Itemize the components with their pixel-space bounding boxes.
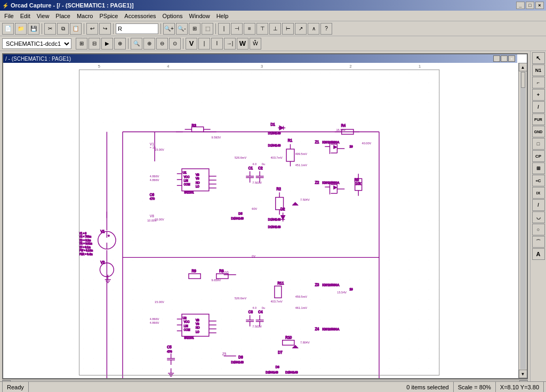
rt-n1-btn[interactable]: N1 bbox=[532, 64, 545, 76]
rt-select-btn[interactable]: ↖ bbox=[532, 52, 545, 64]
rt-line-btn[interactable]: / bbox=[532, 101, 545, 113]
svg-text:D5: D5 bbox=[238, 212, 242, 215]
rt-plus-btn[interactable]: + bbox=[532, 89, 545, 101]
schema-btn-6[interactable]: ⊕ bbox=[143, 38, 155, 50]
minimize-button[interactable]: _ bbox=[516, 2, 525, 9]
rt-cp-btn[interactable]: CP bbox=[532, 150, 545, 162]
schema-btn-1[interactable]: ⊞ bbox=[76, 38, 87, 50]
menu-file[interactable]: File bbox=[1, 12, 17, 20]
svg-text:7.804V: 7.804V bbox=[300, 341, 310, 344]
tool-btn-6[interactable]: ⊢ bbox=[282, 23, 294, 35]
schema-btn-8[interactable]: ⊙ bbox=[169, 38, 181, 50]
svg-text:= 15: = 15 bbox=[150, 146, 156, 149]
schema-btn-4[interactable]: ⊕ bbox=[114, 38, 126, 50]
schema-btn-13[interactable]: W bbox=[237, 38, 248, 50]
rt-ix-btn[interactable]: IX bbox=[532, 187, 545, 199]
schema-btn-2[interactable]: ⊟ bbox=[89, 38, 100, 50]
zoom-fit-button[interactable]: ⊞ bbox=[189, 23, 200, 35]
zoom-out-button[interactable]: 🔍- bbox=[176, 23, 188, 35]
schematic-close-btn[interactable]: × bbox=[508, 55, 515, 62]
rt-corner-btn[interactable]: ⌐ bbox=[532, 77, 545, 88]
menu-options[interactable]: Options bbox=[159, 12, 186, 20]
svg-text:TF = 0.1m: TF = 0.1m bbox=[79, 246, 91, 249]
svg-text:IR2101: IR2101 bbox=[184, 336, 194, 339]
horizontal-scrollbar[interactable]: ◄ ► bbox=[2, 380, 528, 381]
svg-text:40.00V: 40.00V bbox=[362, 142, 372, 145]
maximize-button[interactable]: □ bbox=[526, 2, 534, 9]
tool-btn-8[interactable]: ∧ bbox=[308, 23, 319, 35]
svg-text:LO: LO bbox=[196, 185, 199, 188]
tool-btn-4[interactable]: ⊤ bbox=[256, 23, 268, 35]
close-button[interactable]: × bbox=[535, 2, 544, 9]
svg-text:Z5: Z5 bbox=[222, 352, 227, 356]
copy-button[interactable]: ⧉ bbox=[57, 23, 69, 35]
tool-btn-7[interactable]: ↗ bbox=[295, 23, 307, 35]
vertical-scrollbar[interactable]: ▲ ▼ bbox=[518, 63, 527, 378]
svg-text:KSH20N60A: KSH20N60A bbox=[323, 328, 340, 331]
open-button[interactable]: 📁 bbox=[15, 23, 27, 35]
rt-diag-btn[interactable]: / bbox=[532, 199, 545, 211]
svg-text:R4: R4 bbox=[341, 124, 346, 127]
cut-button[interactable]: ✂ bbox=[44, 23, 56, 35]
rt-ground-btn[interactable]: GND bbox=[532, 126, 545, 137]
schema-btn-5[interactable]: 🔍 bbox=[131, 38, 142, 50]
svg-text:D1N4148: D1N4148 bbox=[268, 218, 280, 221]
schema-btn-11[interactable]: I bbox=[211, 38, 223, 50]
menu-place[interactable]: Place bbox=[52, 12, 74, 20]
zoom-area-button[interactable]: ⬚ bbox=[202, 23, 213, 35]
schema-btn-7[interactable]: ⊖ bbox=[156, 38, 168, 50]
schema-btn-9[interactable]: V bbox=[186, 38, 197, 50]
new-button[interactable]: 📄 bbox=[2, 23, 14, 35]
status-ready: Ready bbox=[2, 382, 29, 392]
schema-btn-3[interactable]: ▶ bbox=[101, 38, 113, 50]
status-bar: Ready 0 items selected Scale = 80% X=8.1… bbox=[0, 381, 546, 392]
tool-btn-9[interactable]: ? bbox=[320, 23, 332, 35]
rt-circle-btn[interactable]: ○ bbox=[532, 224, 545, 235]
save-button[interactable]: 💾 bbox=[28, 23, 39, 35]
rt-power-btn[interactable]: PUR bbox=[532, 113, 545, 125]
rt-grid-btn[interactable]: ⊞ bbox=[532, 162, 545, 174]
scroll-down-button[interactable]: ▼ bbox=[519, 370, 527, 378]
undo-button[interactable]: ↩ bbox=[86, 23, 98, 35]
scroll-left-button[interactable]: ◄ bbox=[2, 380, 11, 382]
paste-button[interactable]: 📋 bbox=[70, 23, 82, 35]
svg-text:D2: D2 bbox=[280, 207, 285, 211]
rt-box-btn[interactable]: □ bbox=[532, 138, 545, 150]
svg-text:1: 1 bbox=[419, 64, 421, 69]
tool-btn-3[interactable]: ≡ bbox=[244, 23, 255, 35]
menu-window[interactable]: Window bbox=[186, 12, 213, 20]
redo-button[interactable]: ↪ bbox=[99, 23, 111, 35]
schematic-minimize-btn[interactable]: _ bbox=[493, 55, 500, 62]
menu-macro[interactable]: Macro bbox=[74, 12, 97, 20]
schema-btn-14[interactable]: W̃ bbox=[250, 38, 261, 50]
schematic-maximize-btn[interactable]: □ bbox=[501, 55, 508, 62]
menu-view[interactable]: View bbox=[34, 12, 53, 20]
schema-btn-10[interactable]: | bbox=[198, 38, 210, 50]
filter-input[interactable] bbox=[116, 23, 158, 34]
schematic-svg[interactable]: 5 4 3 2 1 V1 + V2 V1 = bbox=[3, 63, 518, 378]
right-toolbar: ↖ N1 ⌐ + / PUR GND □ CP ⊞ «C IX / ◡ ○ ⌒ … bbox=[530, 51, 546, 381]
scroll-up-button[interactable]: ▲ bbox=[519, 63, 527, 71]
tool-btn-1[interactable]: | bbox=[218, 23, 230, 35]
svg-text:499.5mV: 499.5mV bbox=[295, 152, 308, 156]
zoom-in-button[interactable]: 🔍+ bbox=[163, 23, 175, 35]
rt-arc-btn[interactable]: ⌒ bbox=[532, 236, 545, 248]
svg-text:403.7mV: 403.7mV bbox=[270, 156, 283, 159]
rt-text-btn[interactable]: A bbox=[532, 248, 545, 260]
schema-selector[interactable]: SCHEMATIC1-dcdc1 bbox=[2, 38, 71, 49]
rt-lc-btn[interactable]: «C bbox=[532, 175, 545, 186]
menu-edit[interactable]: Edit bbox=[17, 12, 34, 20]
menu-accessories[interactable]: Accessories bbox=[121, 12, 159, 20]
menu-help[interactable]: Help bbox=[213, 12, 232, 20]
tool-btn-2[interactable]: ⊣ bbox=[231, 23, 243, 35]
svg-text:C3: C3 bbox=[248, 310, 253, 314]
svg-text:D1N4148: D1N4148 bbox=[231, 361, 244, 364]
svg-text:7.503V: 7.503V bbox=[252, 325, 262, 328]
schema-btn-12[interactable]: →| bbox=[224, 38, 236, 50]
scroll-right-button[interactable]: ► bbox=[519, 380, 528, 382]
coordinates-label: X=8.10 Y=3.80 bbox=[500, 384, 539, 390]
rt-curve1-btn[interactable]: ◡ bbox=[532, 211, 545, 223]
tool-btn-5[interactable]: ⊥ bbox=[269, 23, 281, 35]
menu-pspice[interactable]: PSpice bbox=[96, 12, 121, 20]
scroll-track-vertical[interactable] bbox=[520, 72, 526, 369]
